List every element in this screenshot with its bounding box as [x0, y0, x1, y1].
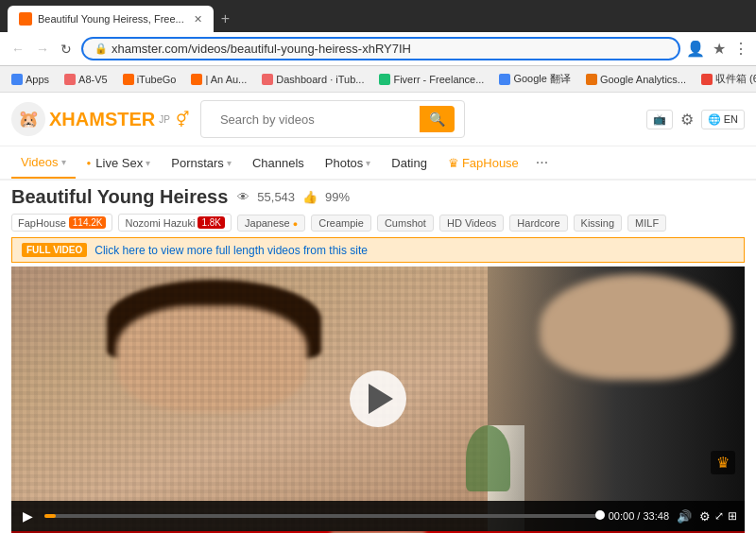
url-text: xhamster.com/videos/beautiful-young-heir… — [112, 42, 667, 56]
video-title: Beautiful Young Heiress — [11, 186, 228, 208]
active-tab[interactable]: Beautiful Young Heiress, Free... ✕ — [8, 6, 214, 32]
bookmark-a8v5[interactable]: A8-V5 — [60, 72, 112, 87]
nav-photos[interactable]: Photos▾ — [316, 148, 380, 178]
play-button[interactable] — [350, 370, 406, 427]
video-theater-btn[interactable]: ⊞ — [728, 509, 737, 523]
thumb-icon: 👍 — [302, 190, 318, 204]
tag-hd-videos[interactable]: HD Videos — [439, 215, 504, 232]
nav-buttons: ← → ↻ — [8, 40, 76, 59]
volume-icon[interactable]: 🔊 — [677, 509, 692, 524]
rating: 99% — [325, 190, 350, 204]
crown-watermark: ♛ — [711, 451, 735, 474]
user-icon: 👤 — [686, 40, 705, 58]
site-logo-jp: JP — [159, 114, 170, 125]
refresh-button[interactable]: ↻ — [57, 40, 76, 59]
video-person-right — [488, 266, 745, 531]
video-fullscreen-btn[interactable]: ⤢ — [714, 509, 724, 523]
creator-subs: 1.8K — [198, 216, 225, 229]
tag-creampie[interactable]: Creampie — [311, 215, 371, 232]
tags-row: FapHouse 114.2K Nozomi Hazuki 1.8K Japan… — [11, 214, 745, 232]
bookmark-gtranslate[interactable]: Google 翻译 — [495, 70, 575, 88]
view-count: 55,543 — [257, 190, 295, 204]
ctrl-right: ⚙ ⤢ ⊞ — [699, 509, 737, 524]
bookmark-fiverr[interactable]: Fiverr - Freelance... — [375, 72, 488, 87]
nav-dating[interactable]: Dating — [382, 148, 437, 178]
video-settings-btn[interactable]: ⚙ — [699, 509, 711, 524]
forward-button[interactable]: → — [32, 40, 53, 59]
tag-japanese[interactable]: Japanese ● — [237, 215, 305, 232]
search-bar-container: 🔍 — [200, 100, 465, 138]
time-total: 33:48 — [643, 510, 669, 522]
video-stats: 👁 55,543 👍 99% — [237, 190, 350, 204]
bookmark-gmail[interactable]: 収件箱 (620) - che... — [697, 70, 756, 88]
channel-creator[interactable]: Nozomi Hazuki 1.8K — [118, 214, 232, 232]
settings-button[interactable]: ⚙ — [680, 111, 694, 129]
play-triangle-icon — [369, 384, 393, 414]
tab-bar: Beautiful Young Heiress, Free... ✕ + — [0, 0, 756, 32]
views-eye-icon: 👁 — [237, 190, 249, 204]
browser-header-right: 👤 ★ ⋮ — [686, 40, 748, 58]
tag-kissing[interactable]: Kissing — [574, 215, 622, 232]
time-display: 00:00 / 33:48 — [609, 510, 669, 522]
address-bar: ← → ↻ 🔒 xhamster.com/videos/beautiful-yo… — [0, 32, 756, 66]
full-video-badge: FULL VIDEO — [22, 243, 87, 257]
channel-subs: 114.2K — [69, 216, 107, 229]
bookmark-dashboard[interactable]: Dashboard · iTub... — [258, 72, 368, 87]
bookmark-itubego[interactable]: iTubeGo — [119, 72, 180, 87]
menu-icon: ⋮ — [733, 40, 748, 58]
url-lock-icon: 🔒 — [94, 43, 108, 55]
channel-name: FapHouse — [18, 217, 66, 229]
tab-title: Beautiful Young Heiress, Free... — [38, 13, 184, 25]
pixelate-overlay — [11, 266, 488, 531]
channel-faphouse[interactable]: FapHouse 114.2K — [11, 214, 112, 232]
tag-cumshot[interactable]: Cumshot — [377, 215, 434, 232]
gender-icon: ⚥ — [176, 111, 189, 129]
page-content: 🐹 XHAMSTER JP ⚥ 🔍 📺 ⚙ 🌐 EN Videos▾ ● Liv… — [0, 93, 756, 533]
tag-milf[interactable]: MILF — [627, 215, 666, 232]
nav-bar: Videos▾ ● Live Sex▾ Pornstars▾ Channels … — [0, 146, 756, 181]
tab-close-button[interactable]: ✕ — [194, 13, 202, 26]
site-header: 🐹 XHAMSTER JP ⚥ 🔍 📺 ⚙ 🌐 EN — [0, 93, 756, 146]
full-video-banner: FULL VIDEO Click here to view more full … — [11, 237, 745, 263]
video-person-left — [11, 266, 488, 531]
bookmark-itubean[interactable]: | An Au... — [187, 72, 250, 87]
logo-area: 🐹 XHAMSTER JP ⚥ — [11, 102, 189, 136]
video-title-row: Beautiful Young Heiress 👁 55,543 👍 99% — [11, 186, 745, 208]
hd-button[interactable]: 📺 — [646, 110, 673, 129]
progress-bar[interactable] — [44, 514, 601, 518]
nav-channels[interactable]: Channels — [243, 148, 314, 178]
search-input[interactable] — [211, 108, 414, 131]
bookmarks-bar: Apps A8-V5 iTubeGo | An Au... Dashboard … — [0, 66, 756, 93]
progress-dot — [595, 510, 605, 520]
tag-hardcore[interactable]: Hardcore — [509, 215, 567, 232]
search-button[interactable]: 🔍 — [420, 106, 455, 132]
banner-link[interactable]: Click here to view more full length vide… — [94, 244, 368, 257]
new-tab-button[interactable]: + — [217, 10, 233, 27]
video-container: ♛ ▶ 00:00 / 33:48 🔊 ⚙ ⤢ ⊞ — [11, 266, 745, 531]
bg-plant — [466, 425, 510, 491]
time-current: 00:00 — [609, 510, 635, 522]
progress-fill — [44, 514, 56, 518]
right-head — [540, 274, 732, 380]
star-icon: ★ — [713, 40, 726, 58]
video-controls: ▶ 00:00 / 33:48 🔊 ⚙ ⤢ ⊞ — [11, 501, 745, 531]
nav-more-button[interactable]: ··· — [530, 154, 554, 171]
nav-videos[interactable]: Videos▾ — [11, 147, 76, 179]
nav-pornstars[interactable]: Pornstars▾ — [162, 148, 241, 178]
url-bar[interactable]: 🔒 xhamster.com/videos/beautiful-young-he… — [81, 37, 680, 60]
creator-name: Nozomi Hazuki — [125, 217, 195, 229]
bookmark-apps[interactable]: Apps — [8, 72, 53, 87]
video-page: Beautiful Young Heiress 👁 55,543 👍 99% F… — [0, 181, 756, 533]
bookmark-analytics[interactable]: Google Analytics... — [582, 72, 690, 87]
video-play-btn[interactable]: ▶ — [19, 507, 37, 525]
nav-faphouse[interactable]: ♛FapHouse — [438, 148, 528, 178]
tab-favicon — [19, 12, 32, 26]
site-logo-text: XHAMSTER — [49, 109, 155, 130]
back-button[interactable]: ← — [8, 40, 28, 59]
site-logo-icon: 🐹 — [11, 102, 45, 136]
language-button[interactable]: 🌐 EN — [701, 110, 745, 129]
nav-live-sex[interactable]: ● Live Sex▾ — [77, 148, 161, 178]
browser-chrome: Beautiful Young Heiress, Free... ✕ + ← →… — [0, 0, 756, 93]
